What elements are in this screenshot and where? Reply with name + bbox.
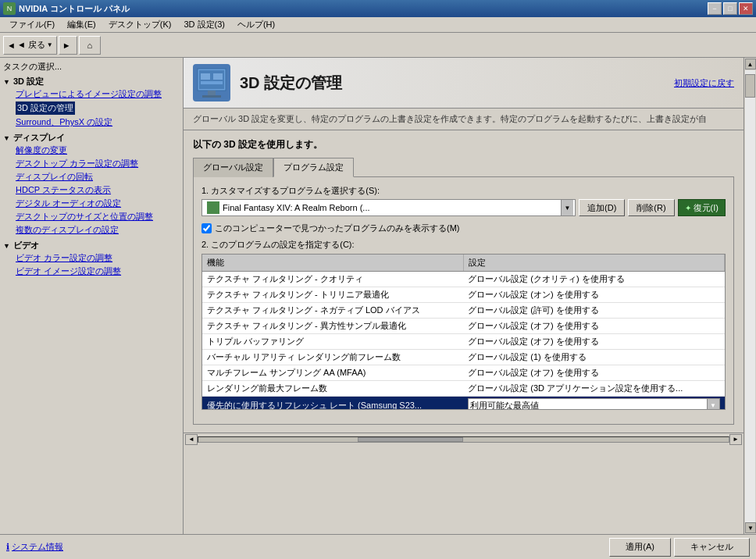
sidebar-item-audio[interactable]: デジタル オーディオの設定: [16, 197, 180, 210]
step2-label: 2. このプログラムの設定を指定する(C):: [201, 239, 726, 251]
panel-description: グローバル 3D 設定を変更し、特定のプログラムの上書き設定を作成できます。特定…: [184, 109, 744, 130]
sidebar-item-rotation[interactable]: ディスプレイの回転: [16, 170, 180, 183]
sidebar-item-resolution[interactable]: 解像度の変更: [16, 144, 180, 157]
tree-section-display[interactable]: ▼ ディスプレイ: [3, 132, 180, 144]
tab-program[interactable]: プログラム設定: [273, 158, 354, 177]
menu-3d[interactable]: 3D 設定(3): [177, 17, 231, 32]
scroll-up-button[interactable]: ▲: [745, 59, 756, 69]
table-row[interactable]: トリプル バッファリンググローバル設定 (オフ) を使用する: [202, 334, 725, 350]
tab-global[interactable]: グローバル設定: [193, 158, 273, 177]
sidebar-item-desktop-size-label: デスクトップのサイズと位置の調整: [16, 211, 153, 223]
app-icon: N: [3, 2, 16, 15]
system-info-link[interactable]: ℹ システム情報: [6, 541, 63, 553]
sidebar-item-preview[interactable]: プレビューによるイメージ設定の調整: [16, 87, 180, 101]
sidebar-item-video-image[interactable]: ビデオ イメージ設定の調整: [16, 265, 180, 278]
main-layout: タスクの選択... ▼ 3D 設定 プレビューによるイメージ設定の調整 3D 設…: [0, 58, 756, 534]
setting-cell[interactable]: 利用可能な最高値▼: [463, 397, 724, 411]
sidebar-title: タスクの選択...: [3, 61, 180, 73]
home-button[interactable]: ⌂: [79, 36, 101, 55]
vertical-scrollbar[interactable]: ▲ ▼: [744, 58, 756, 534]
program-icon: [207, 201, 219, 214]
menu-edit[interactable]: 編集(E): [61, 17, 102, 32]
section-label-video: ビデオ: [13, 240, 39, 251]
section-label-3d: 3D 設定: [13, 76, 44, 87]
tree-section-video[interactable]: ▼ ビデオ: [3, 240, 180, 251]
dropdown-arrow-icon: ▼: [707, 399, 719, 410]
checkbox-row: このコンピューターで見つかったプログラムのみを表示する(M): [201, 223, 726, 234]
scroll-thumb[interactable]: [745, 74, 755, 98]
feature-cell: バーチャル リアリティ レンダリング前フレーム数: [202, 350, 463, 365]
cancel-button[interactable]: キャンセル: [674, 538, 750, 557]
svg-rect-6: [202, 95, 221, 98]
setting-cell: グローバル設定 (オン) を使用する: [463, 287, 724, 303]
window-title: NVIDIA コントロール パネル: [19, 3, 708, 15]
forward-button[interactable]: ►: [59, 36, 77, 55]
show-local-programs-checkbox[interactable]: [201, 223, 212, 233]
menu-bar: ファイル(F) 編集(E) デスクトップ(K) 3D 設定(3) ヘルプ(H): [0, 17, 756, 33]
scroll-left-button[interactable]: ◄: [185, 434, 198, 445]
sidebar-item-hdcp-label: HDCP ステータスの表示: [16, 184, 111, 196]
sidebar-item-video-color-label: ビデオ カラー設定の調整: [16, 252, 112, 264]
sidebar-item-preview-label: プレビューによるイメージ設定の調整: [16, 88, 162, 100]
scroll-down-button[interactable]: ▼: [745, 522, 756, 533]
svg-rect-5: [208, 91, 216, 95]
sidebar-item-rotation-label: ディスプレイの回転: [16, 171, 93, 183]
sidebar-item-multi-display-label: 複数のディスプレイの設定: [16, 224, 119, 236]
setting-cell: グローバル設定 (オフ) を使用する: [463, 365, 724, 381]
expand-icon-display: ▼: [3, 134, 10, 142]
sidebar: タスクの選択... ▼ 3D 設定 プレビューによるイメージ設定の調整 3D 設…: [0, 58, 184, 534]
table-row[interactable]: バーチャル リアリティ レンダリング前フレーム数グローバル設定 (1) を使用す…: [202, 350, 725, 365]
table-row[interactable]: レンダリング前最大フレーム数グローバル設定 (3D アプリケーション設定を使用す…: [202, 381, 725, 397]
content-inner: 3D 設定の管理 初期設定に戻す グローバル 3D 設定を変更し、特定のプログラ…: [184, 58, 756, 534]
scroll-thumb[interactable]: [358, 437, 464, 442]
table-row[interactable]: テクスチャ フィルタリング - ネガティブ LOD バイアスグローバル設定 (許…: [202, 303, 725, 319]
dropdown-arrow-icon: ▼: [47, 41, 53, 48]
scroll-track[interactable]: [198, 436, 729, 443]
menu-file[interactable]: ファイル(F): [3, 17, 61, 32]
sidebar-item-resolution-label: 解像度の変更: [16, 144, 67, 156]
feature-cell: テクスチャ フィルタリング - トリリニア最適化: [202, 287, 463, 303]
table-row[interactable]: テクスチャ フィルタリング - トリリニア最適化グローバル設定 (オン) を使用…: [202, 287, 725, 303]
dropdown-arrow-icon: ▼: [561, 200, 573, 215]
feature-cell: レンダリング前最大フレーム数: [202, 381, 463, 397]
bottom-bar: ℹ システム情報 適用(A) キャンセル: [0, 534, 756, 559]
sidebar-item-surround[interactable]: Surround、PhysX の設定: [16, 116, 180, 129]
add-button[interactable]: 追加(D): [579, 199, 625, 216]
minimize-button[interactable]: −: [708, 2, 722, 15]
sidebar-item-hdcp[interactable]: HDCP ステータスの表示: [16, 183, 180, 197]
table-row[interactable]: 優先的に使用するリフレッシュ レート (Samsung S23...利用可能な最…: [202, 397, 725, 411]
feature-cell: マルチフレーム サンプリング AA (MFAA): [202, 365, 463, 381]
sidebar-item-video-image-label: ビデオ イメージ設定の調整: [16, 265, 121, 277]
panel-header: 3D 設定の管理 初期設定に戻す: [184, 58, 744, 109]
table-row[interactable]: テクスチャ フィルタリング - 異方性サンプル最適化グローバル設定 (オフ) を…: [202, 319, 725, 334]
menu-desktop[interactable]: デスクトップ(K): [102, 17, 178, 32]
panel-body: 以下の 3D 設定を使用します。 グローバル設定 プログラム設定 1. カスタマ…: [184, 130, 744, 433]
program-select[interactable]: Final Fantasy XIV: A Realm Reborn (... ▼: [201, 199, 576, 216]
sidebar-item-desktop-size[interactable]: デスクトップのサイズと位置の調整: [16, 210, 180, 223]
panel-reset-button[interactable]: 初期設定に戻す: [674, 77, 734, 89]
sidebar-item-multi-display[interactable]: 複数のディスプレイの設定: [16, 223, 180, 237]
back-button[interactable]: ◄ ◄ 戻る ▼: [3, 36, 57, 55]
maximize-button[interactable]: □: [723, 2, 737, 15]
apply-button[interactable]: 適用(A): [609, 538, 671, 557]
remove-button[interactable]: 削除(R): [628, 199, 674, 216]
close-button[interactable]: ✕: [739, 2, 753, 15]
program-settings-panel: 1. カスタマイズするプログラムを選択する(S): Final Fantasy …: [193, 176, 734, 425]
tree-section-3d[interactable]: ▼ 3D 設定: [3, 76, 180, 87]
restore-button[interactable]: ✦ 復元(I): [678, 199, 726, 216]
step1-label: 1. カスタマイズするプログラムを選択する(S):: [201, 185, 726, 197]
sidebar-item-video-color[interactable]: ビデオ カラー設定の調整: [16, 251, 180, 265]
inline-dropdown[interactable]: 利用可能な最高値▼: [468, 398, 719, 410]
sidebar-item-3d-manage[interactable]: 3D 設定の管理: [16, 101, 180, 116]
panel-title: 3D 設定の管理: [240, 73, 342, 94]
table-row[interactable]: マルチフレーム サンプリング AA (MFAA)グローバル設定 (オフ) を使用…: [202, 365, 725, 381]
panel-icon: [193, 64, 230, 101]
sidebar-item-3d-manage-label: 3D 設定の管理: [16, 101, 75, 115]
scroll-right-button[interactable]: ►: [729, 434, 742, 445]
menu-help[interactable]: ヘルプ(H): [231, 17, 281, 32]
setting-cell: グローバル設定 (許可) を使用する: [463, 303, 724, 319]
table-row[interactable]: テクスチャ フィルタリング - クオリティグローバル設定 (クオリティ) を使用…: [202, 272, 725, 287]
info-icon: ℹ: [6, 542, 9, 552]
sidebar-item-color[interactable]: デスクトップ カラー設定の調整: [16, 157, 180, 170]
bottom-buttons: 適用(A) キャンセル: [609, 538, 750, 557]
